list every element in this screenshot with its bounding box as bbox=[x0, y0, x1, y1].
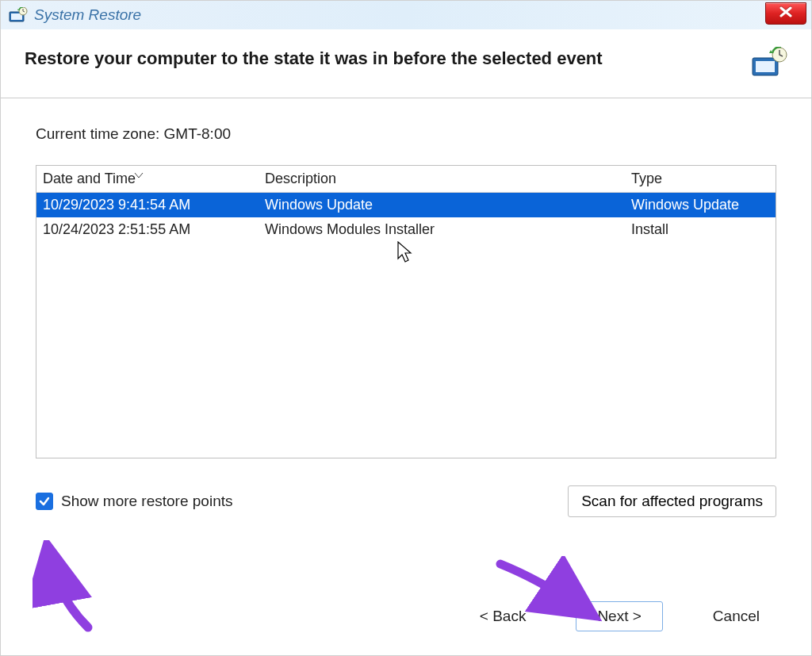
back-button[interactable]: < Back bbox=[462, 601, 545, 631]
cell-description: Windows Modules Installer bbox=[259, 217, 625, 242]
close-icon bbox=[779, 6, 793, 21]
table-row[interactable]: 10/29/2023 9:41:54 AM Windows Update Win… bbox=[36, 193, 776, 218]
column-header-datetime[interactable]: Date and Time bbox=[36, 166, 259, 193]
scan-affected-programs-button[interactable]: Scan for affected programs bbox=[568, 485, 776, 517]
svg-rect-4 bbox=[756, 61, 775, 72]
table-row[interactable]: 10/24/2023 2:51:55 AM Windows Modules In… bbox=[36, 217, 776, 242]
column-header-label: Date and Time bbox=[43, 171, 136, 186]
sort-descending-icon bbox=[134, 166, 144, 182]
column-header-type[interactable]: Type bbox=[625, 166, 776, 193]
next-button[interactable]: Next > bbox=[576, 601, 662, 631]
cell-type: Windows Update bbox=[625, 193, 776, 218]
cell-type: Install bbox=[625, 217, 776, 242]
window-title: System Restore bbox=[34, 6, 141, 24]
checkbox-label: Show more restore points bbox=[61, 493, 233, 510]
cell-description: Windows Update bbox=[259, 193, 625, 218]
column-header-description[interactable]: Description bbox=[259, 166, 625, 193]
below-table-row: Show more restore points Scan for affect… bbox=[36, 458, 776, 517]
system-restore-icon bbox=[9, 7, 28, 23]
column-header-label: Type bbox=[631, 171, 662, 186]
wizard-footer: < Back Next > Cancel bbox=[462, 601, 778, 631]
close-button[interactable] bbox=[765, 2, 806, 25]
column-header-label: Description bbox=[265, 171, 336, 186]
content-area: Current time zone: GMT-8:00 Date and Tim… bbox=[1, 98, 811, 517]
annotation-arrow-icon bbox=[33, 540, 128, 639]
system-restore-large-icon bbox=[749, 47, 787, 80]
restore-points-table: Date and Time Description Type 10/29/202… bbox=[36, 165, 776, 458]
page-title: Restore your computer to the state it wa… bbox=[25, 47, 733, 69]
show-more-restore-points-checkbox[interactable]: Show more restore points bbox=[36, 493, 233, 510]
cell-datetime: 10/29/2023 9:41:54 AM bbox=[36, 193, 259, 218]
page-header: Restore your computer to the state it wa… bbox=[1, 29, 811, 98]
timezone-label: Current time zone: GMT-8:00 bbox=[36, 125, 776, 143]
titlebar: System Restore bbox=[1, 1, 811, 29]
cancel-button[interactable]: Cancel bbox=[695, 601, 778, 631]
cell-datetime: 10/24/2023 2:51:55 AM bbox=[36, 217, 259, 242]
checkbox-checked-icon bbox=[36, 493, 53, 510]
